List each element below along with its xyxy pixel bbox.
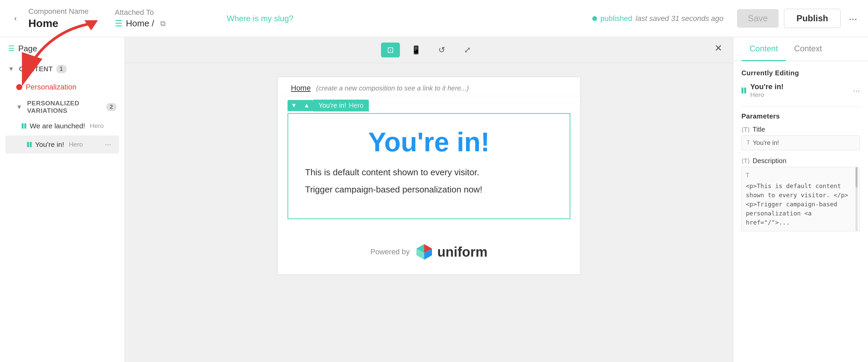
right-panel: Content Context Currently Editing You're…	[733, 37, 868, 362]
variation1-tag: Hero	[90, 122, 104, 130]
sidebar-variation-1[interactable]: We are launched! Hero	[0, 118, 125, 134]
powered-by: Powered by uniform	[277, 229, 580, 275]
editing-more-button[interactable]: ···	[853, 86, 860, 95]
sidebar-page-label: Page	[18, 44, 37, 53]
desktop-icon: ⊡	[387, 45, 394, 55]
fullscreen-icon: ⤢	[464, 45, 471, 55]
publish-status: published last saved 31 seconds ago	[592, 14, 724, 23]
save-button[interactable]: Save	[737, 9, 779, 28]
parameters-label: Parameters	[741, 112, 860, 120]
variation-more-button[interactable]: ···	[105, 140, 111, 149]
preview-iframe: Home (create a new composition to see a …	[277, 77, 581, 275]
editing-item: You're in! Hero ···	[741, 82, 860, 99]
powered-by-text: Powered by	[370, 248, 409, 256]
preview-breadcrumb: Home (create a new composition to see a …	[277, 77, 580, 96]
tab-context[interactable]: Context	[786, 37, 830, 61]
breadcrumb-note: (create a new composition to see a link …	[316, 84, 469, 92]
personalization-label: Personalization	[26, 83, 76, 92]
close-preview-button[interactable]: ✕	[714, 43, 722, 54]
hero-label-type: Hero	[349, 102, 363, 109]
editing-item-name: You're in!	[750, 82, 849, 91]
back-button[interactable]: ‹	[8, 11, 23, 26]
param-desc-icon: ⟨T⟩	[741, 157, 750, 165]
title-param-value[interactable]: T You're in!	[741, 135, 860, 150]
fullscreen-button[interactable]: ⤢	[458, 43, 477, 57]
hero-text-1: This is default content shown to every v…	[305, 167, 553, 178]
copy-slug-button[interactable]: ⧉	[160, 19, 166, 28]
uniform-cube-icon	[415, 243, 433, 261]
scrollbar[interactable]	[856, 167, 858, 231]
description-param-value[interactable]: T <p>This is default content shown to ev…	[741, 167, 860, 231]
component-name-label: Component Name	[28, 7, 96, 16]
hero-title: You're in!	[305, 127, 553, 157]
mobile-view-button[interactable]: 📱	[407, 43, 426, 57]
page-icon: ☰	[8, 44, 15, 53]
sidebar-personalized-variations[interactable]: ▼ PERSONALIZED VARIATIONS 2	[0, 96, 125, 118]
component-name-value: Home	[28, 17, 96, 30]
personalization-dot-icon	[16, 84, 22, 90]
variation-icon	[22, 123, 26, 129]
editing-item-type: Hero	[750, 91, 849, 99]
tab-content[interactable]: Content	[741, 37, 786, 61]
attached-to-path: Home /	[126, 18, 154, 29]
mobile-icon: 📱	[411, 45, 421, 55]
app-header: ‹ Component Name Home Attached To ☰ Home…	[0, 0, 868, 37]
close-icon: ✕	[714, 43, 722, 53]
hero-controls: ▼ ▲	[288, 100, 313, 111]
attached-to-value: ☰ Home / ⧉	[115, 18, 216, 29]
attached-to-label: Attached To	[115, 8, 216, 17]
personalized-variations-label: PERSONALIZED VARIATIONS	[27, 100, 103, 114]
editing-item-info: You're in! Hero	[750, 82, 849, 99]
hero-body: You're in! This is default content shown…	[288, 114, 570, 218]
text-icon: T	[746, 171, 856, 180]
variation1-name: We are launched!	[30, 122, 85, 130]
main-layout: ☰ Page ▼ CONTENT 1 Personalization ▼ PER…	[0, 37, 868, 362]
divider	[741, 107, 860, 107]
hero-wrapper: ▼ ▲ You're in! Hero You're in! This is d…	[288, 113, 570, 219]
hero-down-button[interactable]: ▼	[288, 100, 300, 111]
param-title-icon: ⟨T⟩	[741, 126, 750, 133]
scroll-thumb	[856, 167, 858, 187]
currently-editing-label: Currently Editing	[741, 69, 860, 77]
hero-label-bar: ▼ ▲ You're in! Hero	[288, 100, 369, 111]
sidebar: ☰ Page ▼ CONTENT 1 Personalization ▼ PER…	[0, 37, 125, 362]
hero-text-2: Trigger campaign-based personalization n…	[305, 184, 553, 195]
refresh-icon: ↺	[438, 45, 445, 55]
sidebar-variation-2[interactable]: You're in! Hero ···	[5, 135, 119, 154]
slug-link[interactable]: Where is my slug?	[227, 14, 293, 23]
hero-component[interactable]: You're in! This is default content shown…	[288, 113, 570, 219]
sidebar-item-page[interactable]: ☰ Page	[0, 37, 125, 60]
preview-area: ⊡ 📱 ↺ ⤢ ✕ Home (create a new composition…	[125, 37, 733, 362]
preview-content: Home (create a new composition to see a …	[125, 63, 733, 362]
chevron-down-icon: ▼	[16, 104, 22, 111]
breadcrumb-home[interactable]: Home	[291, 84, 311, 92]
variation2-tag: Hero	[69, 141, 83, 148]
status-text: published	[600, 14, 632, 23]
back-icon: ‹	[14, 14, 17, 23]
brand-name: uniform	[437, 244, 488, 260]
uniform-logo: uniform	[415, 243, 488, 261]
refresh-button[interactable]: ↺	[432, 43, 451, 57]
title-param: ⟨T⟩ Title T You're in!	[741, 126, 860, 150]
content-count: 1	[56, 65, 67, 73]
variation2-name: You're in!	[35, 140, 64, 149]
page-icon: ☰	[115, 18, 123, 29]
sidebar-content-header[interactable]: ▼ CONTENT 1	[0, 60, 125, 78]
preview-toolbar: ⊡ 📱 ↺ ⤢ ✕	[125, 37, 733, 63]
attached-to-section: Attached To ☰ Home / ⧉	[115, 8, 216, 29]
selected-icon	[27, 142, 32, 147]
chevron-down-icon: ▼	[8, 66, 14, 73]
desktop-view-button[interactable]: ⊡	[381, 43, 400, 57]
editing-item-icon	[741, 87, 746, 94]
header-more-button[interactable]: ···	[846, 10, 860, 27]
status-dot	[592, 16, 597, 21]
text-icon: T	[747, 139, 750, 146]
panel-content: Currently Editing You're in! Hero ··· Pa…	[733, 61, 868, 362]
title-param-label: ⟨T⟩ Title	[741, 126, 860, 133]
description-param-label: ⟨T⟩ Description	[741, 157, 860, 165]
hero-label-name: You're in!	[319, 102, 346, 109]
publish-button[interactable]: Publish	[784, 9, 841, 28]
description-param: ⟨T⟩ Description T <p>This is default con…	[741, 157, 860, 231]
hero-up-button[interactable]: ▲	[300, 100, 313, 111]
sidebar-item-personalization[interactable]: Personalization	[0, 78, 125, 96]
